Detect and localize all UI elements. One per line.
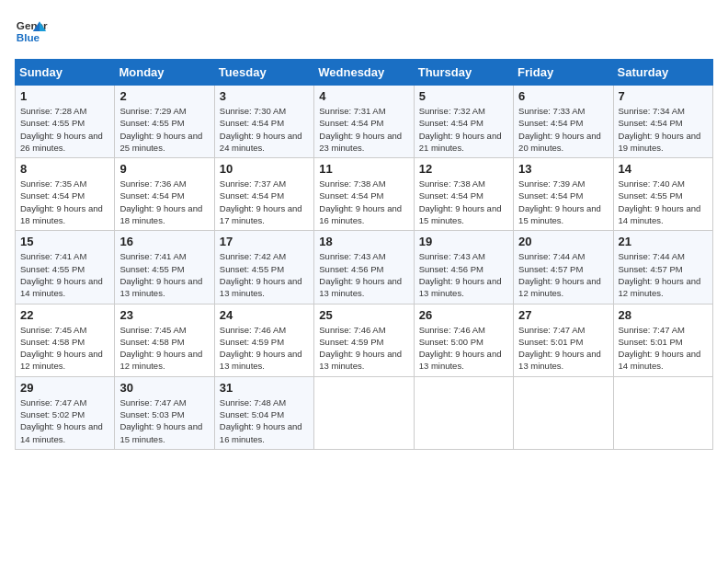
day-info: Sunrise: 7:46 AM Sunset: 4:59 PM Dayligh…	[319, 324, 408, 373]
weekday-header-friday: Friday	[514, 60, 613, 86]
weekday-header-row: SundayMondayTuesdayWednesdayThursdayFrid…	[16, 60, 713, 86]
day-number: 12	[419, 162, 508, 176]
day-info: Sunrise: 7:37 AM Sunset: 4:54 PM Dayligh…	[220, 178, 309, 226]
calendar-cell: 13 Sunrise: 7:39 AM Sunset: 4:54 PM Dayl…	[514, 158, 613, 231]
calendar-cell: 30 Sunrise: 7:47 AM Sunset: 5:03 PM Dayl…	[115, 376, 214, 449]
day-number: 1	[20, 89, 109, 103]
day-info: Sunrise: 7:28 AM Sunset: 4:55 PM Dayligh…	[20, 105, 109, 154]
day-info: Sunrise: 7:43 AM Sunset: 4:56 PM Dayligh…	[419, 250, 508, 299]
calendar-cell: 16 Sunrise: 7:41 AM Sunset: 4:55 PM Dayl…	[115, 231, 214, 304]
day-number: 20	[518, 235, 608, 248]
calendar-body: 1 Sunrise: 7:28 AM Sunset: 4:55 PM Dayli…	[16, 86, 713, 450]
day-info: Sunrise: 7:45 AM Sunset: 4:58 PM Dayligh…	[119, 324, 209, 373]
day-number: 16	[119, 235, 209, 248]
day-info: Sunrise: 7:32 AM Sunset: 4:54 PM Dayligh…	[419, 105, 508, 154]
day-number: 24	[220, 308, 309, 322]
calendar-cell: 2 Sunrise: 7:29 AM Sunset: 4:55 PM Dayli…	[115, 86, 214, 158]
calendar-cell: 6 Sunrise: 7:33 AM Sunset: 4:54 PM Dayli…	[514, 86, 613, 158]
calendar-cell: 1 Sunrise: 7:28 AM Sunset: 4:55 PM Dayli…	[16, 86, 115, 158]
calendar-cell: 10 Sunrise: 7:37 AM Sunset: 4:54 PM Dayl…	[214, 158, 313, 231]
calendar-cell: 7 Sunrise: 7:34 AM Sunset: 4:54 PM Dayli…	[613, 86, 712, 158]
weekday-header-saturday: Saturday	[613, 60, 712, 86]
weekday-header-wednesday: Wednesday	[314, 60, 414, 86]
day-info: Sunrise: 7:47 AM Sunset: 5:03 PM Dayligh…	[119, 396, 209, 445]
day-number: 4	[319, 89, 408, 103]
calendar-week-1: 1 Sunrise: 7:28 AM Sunset: 4:55 PM Dayli…	[16, 86, 713, 158]
day-number: 6	[518, 89, 608, 103]
logo: General Blue	[15, 15, 48, 48]
day-number: 11	[319, 162, 408, 176]
day-info: Sunrise: 7:40 AM Sunset: 4:55 PM Dayligh…	[619, 178, 708, 226]
day-number: 15	[20, 235, 109, 248]
calendar-cell: 26 Sunrise: 7:46 AM Sunset: 5:00 PM Dayl…	[414, 304, 513, 376]
day-number: 3	[220, 89, 309, 103]
day-number: 22	[20, 308, 109, 322]
calendar-cell: 15 Sunrise: 7:41 AM Sunset: 4:55 PM Dayl…	[16, 231, 115, 304]
calendar-cell: 14 Sunrise: 7:40 AM Sunset: 4:55 PM Dayl…	[613, 158, 712, 231]
day-number: 19	[419, 235, 508, 248]
day-info: Sunrise: 7:34 AM Sunset: 4:54 PM Dayligh…	[619, 105, 708, 154]
calendar-cell: 23 Sunrise: 7:45 AM Sunset: 4:58 PM Dayl…	[115, 304, 214, 376]
calendar-cell: 25 Sunrise: 7:46 AM Sunset: 4:59 PM Dayl…	[314, 304, 414, 376]
day-info: Sunrise: 7:29 AM Sunset: 4:55 PM Dayligh…	[119, 105, 209, 154]
calendar-week-2: 8 Sunrise: 7:35 AM Sunset: 4:54 PM Dayli…	[16, 158, 713, 231]
day-number: 30	[119, 381, 209, 395]
day-info: Sunrise: 7:48 AM Sunset: 5:04 PM Dayligh…	[220, 396, 309, 445]
day-info: Sunrise: 7:36 AM Sunset: 4:54 PM Dayligh…	[119, 178, 209, 226]
calendar-week-4: 22 Sunrise: 7:45 AM Sunset: 4:58 PM Dayl…	[16, 304, 713, 376]
day-number: 5	[419, 89, 508, 103]
calendar-cell: 4 Sunrise: 7:31 AM Sunset: 4:54 PM Dayli…	[314, 86, 414, 158]
calendar-cell: 27 Sunrise: 7:47 AM Sunset: 5:01 PM Dayl…	[514, 304, 613, 376]
calendar-cell: 9 Sunrise: 7:36 AM Sunset: 4:54 PM Dayli…	[115, 158, 214, 231]
calendar-cell: 11 Sunrise: 7:38 AM Sunset: 4:54 PM Dayl…	[314, 158, 414, 231]
day-info: Sunrise: 7:30 AM Sunset: 4:54 PM Dayligh…	[220, 105, 309, 154]
page-header: General Blue	[15, 15, 713, 48]
calendar-week-5: 29 Sunrise: 7:47 AM Sunset: 5:02 PM Dayl…	[16, 376, 713, 449]
day-number: 7	[619, 89, 708, 103]
day-info: Sunrise: 7:43 AM Sunset: 4:56 PM Dayligh…	[319, 250, 408, 299]
calendar-cell: 18 Sunrise: 7:43 AM Sunset: 4:56 PM Dayl…	[314, 231, 414, 304]
day-number: 9	[119, 162, 209, 176]
calendar-cell: 24 Sunrise: 7:46 AM Sunset: 4:59 PM Dayl…	[214, 304, 313, 376]
day-info: Sunrise: 7:39 AM Sunset: 4:54 PM Dayligh…	[518, 178, 608, 226]
day-info: Sunrise: 7:41 AM Sunset: 4:55 PM Dayligh…	[119, 250, 209, 299]
calendar-cell: 5 Sunrise: 7:32 AM Sunset: 4:54 PM Dayli…	[414, 86, 513, 158]
day-info: Sunrise: 7:47 AM Sunset: 5:01 PM Dayligh…	[619, 324, 708, 373]
day-number: 2	[119, 89, 209, 103]
day-info: Sunrise: 7:47 AM Sunset: 5:01 PM Dayligh…	[518, 324, 608, 373]
day-number: 29	[20, 381, 109, 395]
day-info: Sunrise: 7:33 AM Sunset: 4:54 PM Dayligh…	[518, 105, 608, 154]
day-info: Sunrise: 7:46 AM Sunset: 4:59 PM Dayligh…	[220, 324, 309, 373]
day-number: 25	[319, 308, 408, 322]
svg-text:Blue: Blue	[17, 31, 40, 43]
calendar-cell: 19 Sunrise: 7:43 AM Sunset: 4:56 PM Dayl…	[414, 231, 513, 304]
logo-icon: General Blue	[15, 15, 48, 48]
calendar-cell: 12 Sunrise: 7:38 AM Sunset: 4:54 PM Dayl…	[414, 158, 513, 231]
calendar-cell	[514, 376, 613, 449]
day-info: Sunrise: 7:41 AM Sunset: 4:55 PM Dayligh…	[20, 250, 109, 299]
day-info: Sunrise: 7:31 AM Sunset: 4:54 PM Dayligh…	[319, 105, 408, 154]
day-number: 23	[119, 308, 209, 322]
day-number: 17	[220, 235, 309, 248]
calendar-cell: 8 Sunrise: 7:35 AM Sunset: 4:54 PM Dayli…	[16, 158, 115, 231]
calendar-cell: 29 Sunrise: 7:47 AM Sunset: 5:02 PM Dayl…	[16, 376, 115, 449]
weekday-header-thursday: Thursday	[414, 60, 513, 86]
day-number: 26	[419, 308, 508, 322]
day-number: 8	[20, 162, 109, 176]
day-info: Sunrise: 7:46 AM Sunset: 5:00 PM Dayligh…	[419, 324, 508, 373]
day-info: Sunrise: 7:45 AM Sunset: 4:58 PM Dayligh…	[20, 324, 109, 373]
calendar-cell	[414, 376, 513, 449]
day-number: 27	[518, 308, 608, 322]
day-info: Sunrise: 7:42 AM Sunset: 4:55 PM Dayligh…	[220, 250, 309, 299]
day-info: Sunrise: 7:35 AM Sunset: 4:54 PM Dayligh…	[20, 178, 109, 226]
calendar-cell: 28 Sunrise: 7:47 AM Sunset: 5:01 PM Dayl…	[613, 304, 712, 376]
day-info: Sunrise: 7:44 AM Sunset: 4:57 PM Dayligh…	[619, 250, 708, 299]
calendar-cell: 21 Sunrise: 7:44 AM Sunset: 4:57 PM Dayl…	[613, 231, 712, 304]
day-info: Sunrise: 7:44 AM Sunset: 4:57 PM Dayligh…	[518, 250, 608, 299]
calendar-table: SundayMondayTuesdayWednesdayThursdayFrid…	[15, 59, 713, 450]
weekday-header-tuesday: Tuesday	[214, 60, 313, 86]
day-info: Sunrise: 7:47 AM Sunset: 5:02 PM Dayligh…	[20, 396, 109, 445]
day-number: 31	[220, 381, 309, 395]
calendar-cell: 17 Sunrise: 7:42 AM Sunset: 4:55 PM Dayl…	[214, 231, 313, 304]
calendar-cell	[314, 376, 414, 449]
